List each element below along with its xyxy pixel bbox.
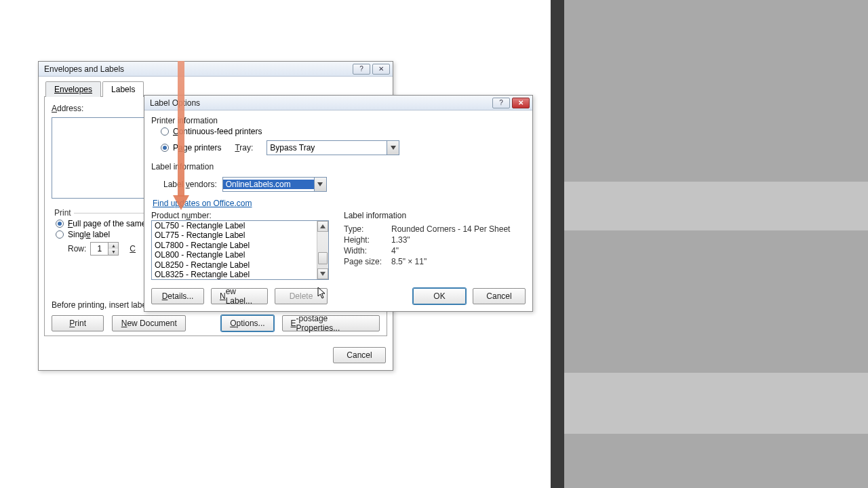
radio-icon [161,127,169,136]
close-button[interactable]: ✕ [512,98,530,108]
dialog-titlebar[interactable]: Envelopes and Labels ? ✕ [39,62,393,77]
row-label: Row: [68,244,86,253]
info-type-key: Type: [344,224,389,234]
tabs: Envelopes Labels [39,77,393,96]
tab-envelopes[interactable]: Envelopes [45,81,101,97]
details-button[interactable]: Details... [151,288,204,304]
tray-select[interactable]: Bypass Tray [267,140,399,155]
info-page-val: 8.5" × 11" [391,257,526,266]
side-panel-block-1 [564,182,868,230]
scroll-thumb[interactable] [318,252,328,264]
radio-continuous-feed[interactable]: Continuous-feed printers [161,127,526,136]
label-info-group: Label information [151,162,526,171]
ok-button[interactable]: OK [413,288,466,304]
info-width-val: 4" [391,246,526,256]
help-button[interactable]: ? [353,64,370,75]
side-panel-dark [551,0,564,488]
options-button[interactable]: Options... [221,315,273,331]
cancel-button[interactable]: Cancel [333,347,386,363]
print-button[interactable]: Print [52,315,104,331]
column-label: C [130,244,136,253]
epostage-button[interactable]: E-postage Properties... [282,315,380,331]
tray-value: Bypass Tray [267,143,387,152]
chevron-down-icon [387,141,399,155]
side-panel-block-2 [564,373,868,434]
scroll-up-icon[interactable] [317,221,328,232]
info-type-val: Rounded Corners - 14 Per Sheet [391,224,526,234]
radio-icon [56,230,64,239]
cancel-button[interactable]: Cancel [473,288,526,304]
list-item[interactable]: OL8325 - Rectangle Label [152,270,317,279]
list-item[interactable]: OL750 - Rectangle Label [152,221,317,230]
close-button[interactable]: ✕ [372,64,390,75]
spin-buttons[interactable]: ▲▼ [108,242,119,256]
info-width-key: Width: [344,246,389,256]
footer-buttons: Print New Document Options... E-postage … [52,310,380,331]
list-item[interactable]: OL7800 - Rectangle Label [152,241,317,250]
new-label-button[interactable]: New Label... [211,288,268,304]
info-page-key: Page size: [344,257,389,266]
list-item[interactable]: OL775 - Rectangle Label [152,230,317,240]
vendors-label: Label vendors: [163,180,217,189]
scroll-down-icon[interactable] [317,268,328,279]
dialog-titlebar[interactable]: Label Options ? ✕ [144,96,532,110]
tab-labels[interactable]: Labels [102,81,144,97]
list-item[interactable]: OL800 - Rectangle Label [152,250,317,260]
product-list[interactable]: OL750 - Rectangle Label OL775 - Rectangl… [152,221,317,279]
delete-button: Delete [275,288,328,304]
product-number-label: Product number: [151,211,329,220]
help-button[interactable]: ? [492,98,510,108]
new-document-button[interactable]: New Document [112,315,186,331]
tray-label: Tray: [235,143,253,152]
label-options-dialog: Label Options ? ✕ Printer information Co… [144,95,533,312]
vendors-select[interactable]: OnlineLabels.com [222,177,327,192]
list-item[interactable]: OL8250 - Rectangle Label [152,260,317,270]
address-textarea[interactable] [52,117,153,199]
product-number-listbox[interactable]: OL750 - Rectangle Label OL775 - Rectangl… [151,220,329,280]
dialog-title: Label Options [150,98,200,108]
vendors-value: OnlineLabels.com [223,180,314,189]
info-height-val: 1.33" [391,235,526,245]
dialog-title: Envelopes and Labels [44,64,124,74]
radio-page-printers[interactable]: Page printers [161,143,221,152]
row-input[interactable] [90,242,108,256]
office-updates-link[interactable]: Find updates on Office.com [153,199,252,208]
chevron-down-icon [314,178,326,191]
row-spinbox[interactable]: ▲▼ [90,242,119,256]
info-height-key: Height: [344,235,389,245]
printer-info-group: Printer information [151,116,526,125]
radio-icon [56,220,64,228]
scrollbar[interactable] [317,221,328,279]
radio-icon [161,144,169,152]
label-info-header: Label information [344,211,526,220]
